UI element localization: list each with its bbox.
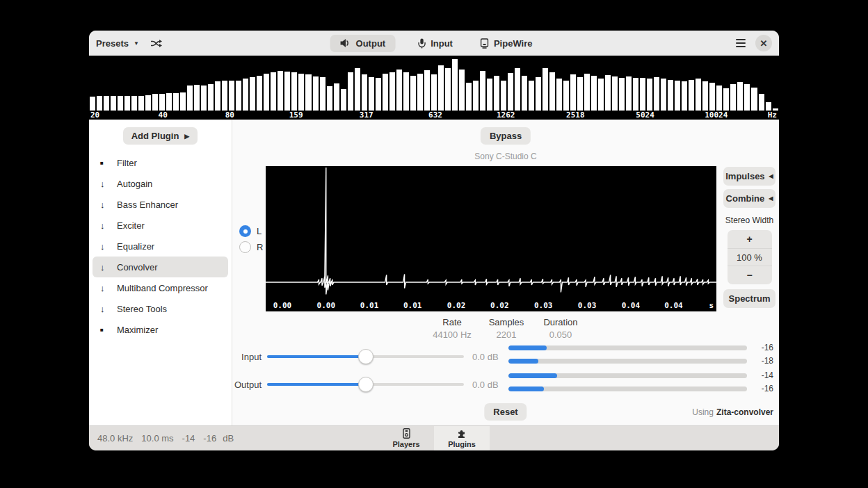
input-gain-handle[interactable] <box>358 349 373 364</box>
spectrum-bar <box>264 74 269 111</box>
impulses-button[interactable]: Impulses ◀ <box>723 167 775 186</box>
tab-pipewire[interactable]: PipeWire <box>475 35 538 52</box>
spectrum-bar <box>355 68 360 111</box>
plugin-label: Autogain <box>117 179 152 189</box>
sidebar-item-autogain[interactable]: ↓Autogain <box>93 173 228 194</box>
spectrum-bar <box>215 81 220 111</box>
tab-players[interactable]: Players <box>378 426 434 450</box>
impulse-info: Rate 44100 Hz Samples 2201 Duration 0.05… <box>427 317 586 340</box>
stereo-width-decrease-button[interactable]: − <box>728 266 772 284</box>
menu-button[interactable] <box>736 39 746 47</box>
presets-label: Presets <box>96 38 129 49</box>
spectrum-bar <box>341 89 346 111</box>
chevron-down-icon: ▼ <box>134 40 139 47</box>
spectrum-bar <box>236 81 241 111</box>
stereo-width-value[interactable]: 100 % <box>728 248 772 266</box>
plugin-list: ■Filter↓Autogain↓Bass Enhancer↓Exciter↓E… <box>89 152 232 340</box>
shuffle-button[interactable] <box>150 38 162 49</box>
spectrum-bar <box>403 72 409 111</box>
spectrum-bar <box>556 79 562 111</box>
bypass-button[interactable]: Bypass <box>481 127 531 145</box>
spectrum-bar <box>334 83 339 111</box>
spectrum-bar <box>549 72 555 111</box>
channel-selector: LR <box>239 223 263 255</box>
spectrum-bar <box>410 76 416 111</box>
sidebar-item-stereo-tools[interactable]: ↓Stereo Tools <box>93 298 228 319</box>
spectrum-bar <box>369 77 374 111</box>
impulses-label: Impulses <box>725 171 764 181</box>
spectrum-bar <box>111 96 116 111</box>
spectrum-bar <box>591 76 597 111</box>
channel-radio-l[interactable]: L <box>239 223 263 239</box>
sidebar-item-equalizer[interactable]: ↓Equalizer <box>93 236 228 257</box>
spectrum-toggle-button[interactable]: Spectrum <box>723 289 775 308</box>
sidebar-item-bass-enhancer[interactable]: ↓Bass Enhancer <box>93 194 228 215</box>
meter-track <box>508 345 747 350</box>
plugin-label: Equalizer <box>117 241 154 252</box>
presets-dropdown[interactable]: Presets ▼ <box>96 38 139 49</box>
spectrum-bar <box>445 68 451 111</box>
waveform-plot <box>266 166 716 300</box>
freq-tick-label: 80 <box>225 111 234 120</box>
spectrum-bar <box>766 102 771 111</box>
spectrum-bar <box>480 71 485 111</box>
hamburger-icon <box>736 39 746 47</box>
spectrum-bar <box>97 96 102 111</box>
rate-label: Rate <box>427 317 477 327</box>
add-plugin-label: Add Plugin <box>131 131 179 141</box>
sidebar-item-maximizer[interactable]: ■Maximizer <box>93 319 228 340</box>
input-gain-slider[interactable] <box>267 349 464 364</box>
spectrum-bar <box>90 97 95 111</box>
spectrum-bar <box>284 72 290 111</box>
add-plugin-button[interactable]: Add Plugin ▶ <box>123 127 198 145</box>
duration-value: 0.050 <box>536 330 586 340</box>
spectrum-bar <box>529 81 534 111</box>
spectrum-bar <box>376 78 381 111</box>
spectrum-bar <box>173 93 179 111</box>
channel-radio-r[interactable]: R <box>239 239 263 255</box>
spectrum-bar <box>222 81 227 111</box>
output-gain-slider[interactable] <box>267 377 464 392</box>
sidebar-item-multiband-compressor[interactable]: ↓Multiband Compressor <box>93 277 228 298</box>
spectrum-bar <box>716 86 722 111</box>
tab-plugins[interactable]: Plugins <box>434 426 490 450</box>
plugin-label: Convolver <box>117 262 158 273</box>
level-right-value: -16 <box>203 433 216 444</box>
spectrum-bar <box>536 77 541 111</box>
sidebar-item-exciter[interactable]: ↓Exciter <box>93 215 228 236</box>
spectrum-bar <box>187 86 193 111</box>
combine-button[interactable]: Combine ◀ <box>723 189 775 208</box>
freq-tick-label: 159 <box>289 111 303 120</box>
plugin-label: Multiband Compressor <box>117 283 208 293</box>
tab-output-label: Output <box>356 38 386 49</box>
samples-label: Samples <box>481 317 531 327</box>
arrow-down-icon: ↓ <box>100 179 112 189</box>
spectrum-bar <box>473 81 479 111</box>
freq-tick-label: 317 <box>360 111 373 120</box>
spectrum-bar <box>661 79 666 111</box>
tab-input[interactable]: Input <box>412 35 458 52</box>
spectrum-bar <box>584 74 590 111</box>
reset-button[interactable]: Reset <box>484 403 527 421</box>
stereo-width-stepper: + 100 % − <box>728 230 772 284</box>
tab-output[interactable]: Output <box>330 35 396 52</box>
engine-name: Zita-convolver <box>716 407 773 417</box>
spectrum-bar <box>668 80 673 111</box>
chevron-left-icon: ◀ <box>769 195 773 202</box>
close-button[interactable]: ✕ <box>755 35 772 51</box>
time-tick-label: 0.00 <box>273 301 292 310</box>
statusbar: 48.0 kHz 10.0 ms -14 -16 dB Players Plug… <box>89 425 779 450</box>
level-meter-row: -18 <box>508 356 773 366</box>
meter-track <box>508 387 747 391</box>
stereo-width-increase-button[interactable]: + <box>728 230 772 248</box>
plugin-label: Stereo Tools <box>117 304 167 314</box>
meter-db-value: -18 <box>753 356 773 366</box>
sidebar-item-convolver[interactable]: ↓Convolver <box>93 257 228 277</box>
output-gain-handle[interactable] <box>358 377 373 392</box>
spectrum-bar <box>417 74 423 111</box>
spectrum-bar <box>389 72 395 111</box>
spectrum-bar <box>612 76 618 111</box>
convolver-controls: Impulses ◀ Combine ◀ Stereo Width + 100 … <box>723 167 775 308</box>
impulse-file-name: Sony C-Studio C <box>232 152 779 161</box>
sidebar-item-filter[interactable]: ■Filter <box>93 152 228 173</box>
